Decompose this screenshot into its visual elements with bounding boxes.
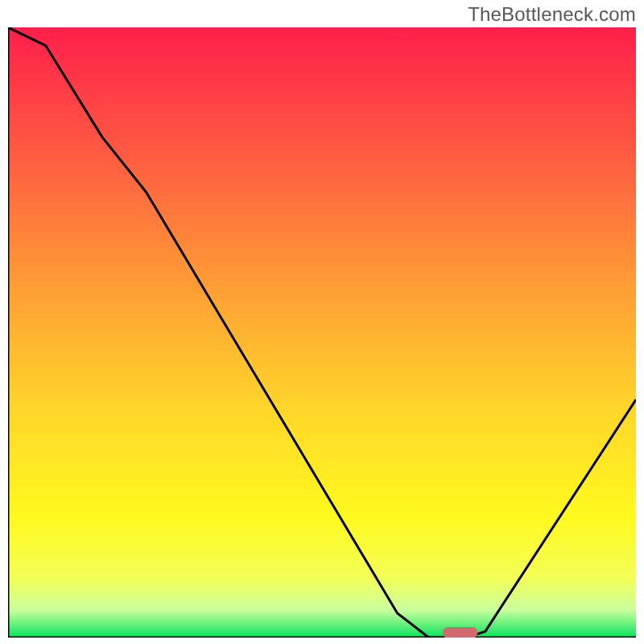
bottleneck-chart [8,27,636,638]
watermark-text: TheBottleneck.com [468,3,636,26]
optimal-marker [443,627,477,638]
chart-svg [8,27,636,638]
